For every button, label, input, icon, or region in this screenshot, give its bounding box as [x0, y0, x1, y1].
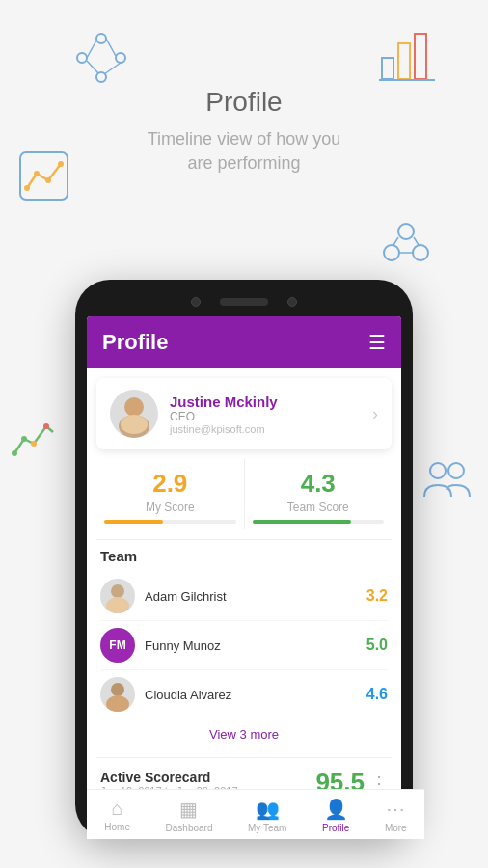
svg-point-32	[121, 415, 148, 434]
profile-chevron-icon[interactable]: ›	[372, 404, 378, 424]
nav-item-more[interactable]: ⋯ More	[375, 796, 401, 827]
svg-point-31	[125, 398, 143, 416]
my-score-block: 2.9 My Score	[96, 459, 245, 529]
team-heading: Team	[100, 548, 388, 564]
svg-line-7	[87, 61, 98, 73]
team-score-block: 4.3 Team Score	[245, 459, 393, 529]
profile-role: CEO	[170, 410, 278, 423]
avatar	[110, 390, 158, 438]
svg-point-27	[430, 463, 446, 478]
svg-point-36	[106, 695, 129, 712]
svg-point-2	[116, 53, 125, 63]
team-cycle-icon	[377, 212, 435, 270]
bottom-nav: ⌂ Home ▦ Dashboard 👥 My Team 👤 Profile ⋯…	[87, 789, 401, 827]
nav-label-more: More	[385, 823, 401, 827]
phone-top-bar	[87, 297, 401, 307]
nav-item-myteam[interactable]: 👥 My Team	[238, 796, 296, 827]
nav-item-home[interactable]: ⌂ Home	[95, 796, 140, 827]
member-name-2: Funny Munoz	[145, 638, 221, 653]
svg-rect-8	[382, 58, 393, 79]
team-icon: 👥	[256, 798, 280, 821]
svg-point-13	[24, 185, 30, 191]
people-icon	[420, 453, 474, 506]
app-header: Profile ☰	[87, 316, 401, 368]
member-avatar-3	[100, 677, 135, 712]
member-avatar-2: FM	[100, 628, 135, 663]
profile-name: Justine Mckinly	[170, 393, 278, 410]
svg-line-20	[393, 237, 398, 245]
member-name-3: Cloudia Alvarez	[145, 688, 231, 702]
svg-point-15	[45, 177, 51, 183]
svg-point-28	[448, 463, 464, 478]
graph-icon	[17, 149, 70, 203]
home-icon: ⌂	[112, 798, 123, 820]
dashboard-icon: ▦	[179, 798, 198, 821]
member-score-1: 3.2	[366, 587, 388, 605]
nav-label-dashboard: Dashboard	[166, 823, 213, 827]
chart-icon	[377, 24, 440, 87]
app-header-title: Profile	[102, 330, 168, 355]
my-score-value: 2.9	[104, 469, 236, 499]
phone-speaker	[220, 298, 268, 306]
svg-line-6	[104, 63, 121, 74]
svg-point-34	[106, 597, 129, 613]
team-score-value: 4.3	[253, 469, 385, 499]
svg-line-5	[106, 39, 116, 56]
nav-label-profile: Profile	[322, 823, 349, 827]
svg-rect-10	[415, 34, 426, 79]
profile-email: justine@kpisoft.com	[170, 423, 278, 435]
team-member-2[interactable]: FM Funny Munoz 5.0	[100, 621, 388, 670]
svg-point-17	[398, 224, 414, 239]
team-member-3[interactable]: Cloudia Alvarez 4.6	[100, 670, 388, 719]
member-avatar-1	[100, 579, 135, 613]
svg-point-1	[96, 34, 106, 43]
profile-info: Justine Mckinly CEO justine@kpisoft.com	[110, 390, 278, 438]
scorecard-title: Active Scorecard	[100, 770, 238, 785]
svg-point-35	[111, 683, 124, 696]
profile-card[interactable]: Justine Mckinly CEO justine@kpisoft.com …	[96, 378, 392, 449]
front-camera	[191, 297, 201, 307]
svg-point-14	[34, 171, 40, 176]
my-score-bar-fill	[104, 520, 163, 524]
my-score-bar	[104, 520, 236, 524]
score-section: 2.9 My Score 4.3 Team Score	[96, 459, 392, 540]
team-member-1[interactable]: Adam Gilchrist 3.2	[100, 572, 388, 621]
member-score-3: 4.6	[366, 686, 388, 703]
svg-line-21	[414, 237, 419, 245]
svg-point-18	[384, 245, 399, 260]
svg-point-16	[58, 161, 64, 167]
svg-rect-9	[398, 43, 410, 79]
member-score-2: 5.0	[366, 637, 388, 654]
svg-point-0	[77, 53, 87, 63]
nav-item-dashboard[interactable]: ▦ Dashboard	[156, 796, 223, 827]
menu-icon[interactable]: ☰	[368, 331, 386, 354]
svg-point-33	[111, 584, 124, 598]
svg-point-25	[31, 441, 37, 447]
team-section: Team Adam Gilchrist 3.2 FM	[87, 540, 401, 757]
more-icon: ⋯	[386, 798, 401, 821]
svg-point-19	[413, 245, 428, 260]
nav-label-home: Home	[104, 822, 130, 827]
team-score-label: Team Score	[253, 501, 385, 514]
member-name-1: Adam Gilchrist	[145, 589, 227, 604]
svg-rect-12	[20, 152, 68, 200]
my-score-label: My Score	[104, 501, 236, 514]
team-score-bar	[253, 520, 385, 524]
team-score-bar-fill	[253, 520, 351, 524]
profile-nav-icon: 👤	[324, 798, 348, 821]
page-subtitle: Timeline view of how youare performing	[0, 127, 488, 176]
nav-label-myteam: My Team	[248, 823, 286, 827]
profile-details: Justine Mckinly CEO justine@kpisoft.com	[170, 393, 278, 435]
chart-small-icon	[10, 415, 58, 463]
front-sensor	[287, 297, 297, 307]
view-more-button[interactable]: View 3 more	[100, 719, 388, 749]
phone-frame: Profile ☰ Justine Mckinly CEO	[75, 280, 413, 839]
svg-point-26	[43, 423, 49, 429]
svg-point-23	[12, 450, 17, 456]
svg-point-24	[21, 436, 27, 442]
svg-line-4	[87, 41, 96, 58]
phone-screen: Profile ☰ Justine Mckinly CEO	[87, 316, 401, 827]
page-title: Profile	[0, 87, 488, 118]
nav-item-profile[interactable]: 👤 Profile	[312, 796, 359, 827]
network-icon	[72, 29, 130, 87]
